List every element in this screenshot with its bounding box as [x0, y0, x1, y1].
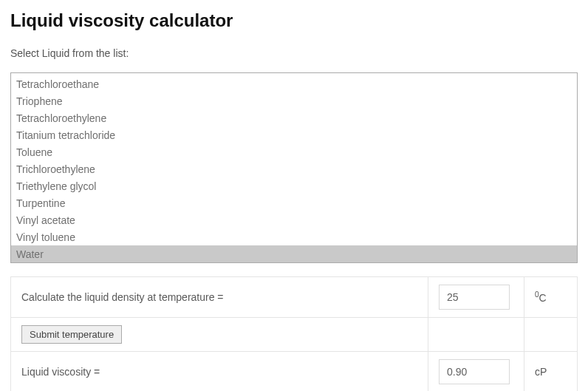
submit-temperature-button[interactable]: Submit temperature [21, 325, 122, 344]
liquid-option[interactable]: Vinyl toluene [11, 228, 577, 245]
liquid-option[interactable]: Tetrachloroethane [11, 75, 577, 92]
submit-row: Submit temperature [11, 318, 578, 352]
liquid-option[interactable]: Trichloroethylene [11, 160, 577, 177]
submit-empty-input-cell [428, 318, 524, 352]
temp-label: Calculate the liquid density at temperat… [11, 277, 428, 318]
temp-row: Calculate the liquid density at temperat… [11, 277, 578, 318]
result-row: Liquid viscosity = cP [11, 352, 578, 392]
liquid-option[interactable]: Toluene [11, 143, 577, 160]
liquid-listbox[interactable]: Sulphuric acid (98%)Sulphuric acid (60%)… [11, 73, 577, 262]
result-label: Liquid viscosity = [11, 352, 428, 392]
temperature-input[interactable] [439, 285, 510, 310]
temp-input-cell [428, 277, 524, 318]
liquid-option[interactable]: Turpentine [11, 194, 577, 211]
liquid-option[interactable]: Triethylene glycol [11, 177, 577, 194]
liquid-option[interactable]: Tetrachloroethylene [11, 109, 577, 126]
submit-empty-unit-cell [524, 318, 578, 352]
temp-unit: 0C [524, 277, 578, 318]
calc-table: Calculate the liquid density at temperat… [10, 276, 578, 391]
result-input-cell [428, 352, 524, 392]
page-title: Liquid viscosity calculator [10, 10, 578, 31]
degree-celsius-unit: 0C [535, 292, 547, 304]
liquid-option[interactable]: Triophene [11, 92, 577, 109]
submit-cell: Submit temperature [11, 318, 428, 352]
liquid-option[interactable]: Water [11, 245, 577, 262]
result-unit: cP [524, 352, 578, 392]
liquid-option[interactable]: Vinyl acetate [11, 211, 577, 228]
select-liquid-prompt: Select Liquid from the list: [10, 47, 578, 59]
liquid-option[interactable]: Titanium tetrachloride [11, 126, 577, 143]
viscosity-output[interactable] [439, 359, 510, 384]
liquid-listbox-container: Sulphuric acid (98%)Sulphuric acid (60%)… [10, 72, 578, 263]
